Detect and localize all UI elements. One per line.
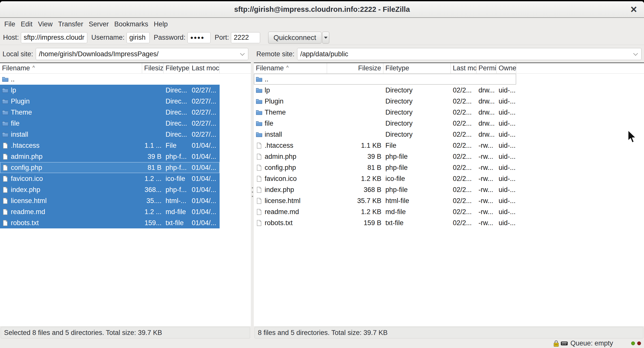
column-header-owner[interactable]: Owne (497, 63, 516, 73)
file-row-license.html[interactable]: license.html35.7 KBhtml-file02/2...-rw..… (254, 195, 516, 206)
file-row-readme.md[interactable]: readme.md1.2 KBmd-file02/2...-rw...uid-.… (254, 206, 516, 217)
remote-site-label: Remote site: (256, 50, 295, 58)
menu-item-bookmarks[interactable]: Bookmarks (111, 18, 151, 30)
file-row-.htaccess[interactable]: .htaccess1.1 KBFile02/2...-rw...uid-... (254, 140, 516, 151)
column-header-filesize[interactable]: Filesize (327, 63, 383, 73)
quickconnect-button[interactable]: Quickconnect (268, 32, 321, 44)
port-input[interactable] (231, 32, 260, 43)
file-row-readme.md[interactable]: readme.md1.2 ...md-file01/04/... (0, 206, 220, 217)
column-header-label: Last mo (453, 64, 476, 72)
filename-text: index.php (265, 186, 294, 194)
local-site-combobox[interactable]: /home/girish/Downloads/ImpressPages/ (36, 48, 248, 60)
column-header-label: Permi (478, 64, 496, 72)
folder-icon (2, 131, 9, 138)
type-cell: Directory (383, 109, 451, 116)
owner-cell: uid-... (497, 86, 516, 94)
file-row-lp[interactable]: lpDirec...02/27/... (0, 85, 220, 96)
file-row-config.php[interactable]: config.php81 Bphp-f...01/04/... (0, 162, 220, 173)
local-site-label: Local site: (3, 50, 33, 58)
close-icon[interactable]: × (628, 2, 639, 16)
column-header-filename[interactable]: Filename ^ (0, 63, 142, 73)
folder-icon (2, 98, 9, 105)
column-header-last-modified[interactable]: Last moc (190, 63, 220, 73)
size-cell: 35.7 KB (327, 197, 383, 205)
type-cell: txt-file (164, 219, 190, 227)
file-row-parent[interactable]: .. (254, 74, 516, 85)
column-header-last-modified[interactable]: Last mo (451, 63, 476, 73)
file-row-Plugin[interactable]: PluginDirec...02/27/... (0, 96, 220, 107)
local-status-text: Selected 8 files and 5 directories. Tota… (4, 329, 162, 337)
file-row-Plugin[interactable]: PluginDirectory02/2...drw...uid-... (254, 96, 516, 107)
password-input[interactable] (187, 32, 211, 43)
local-site-row: Local site: /home/girish/Downloads/Impre… (0, 45, 251, 63)
pane-splitter[interactable] (251, 45, 254, 339)
modified-cell: 02/27/... (190, 97, 220, 105)
encryption-badge-icon (561, 341, 568, 346)
file-panes: Local site: /home/girish/Downloads/Impre… (0, 45, 644, 339)
file-row-Theme[interactable]: ThemeDirec...02/27/... (0, 107, 220, 118)
folder-icon (256, 120, 262, 127)
file-row-file[interactable]: fileDirectory02/2...drw...uid-... (254, 118, 516, 129)
file-row-index.php[interactable]: index.php368 Bphp-file02/2...-rw...uid-.… (254, 184, 516, 195)
owner-cell: uid-... (497, 97, 516, 105)
menu-item-edit[interactable]: Edit (18, 18, 35, 30)
filename-text: Plugin (265, 97, 284, 105)
column-header-label: Filetype (385, 64, 409, 72)
menu-item-view[interactable]: View (35, 18, 55, 30)
file-row-lp[interactable]: lpDirectory02/2...drw...uid-... (254, 85, 516, 96)
type-cell: ico-file (383, 175, 451, 183)
filename-cell: robots.txt (254, 219, 327, 227)
port-label: Port: (215, 34, 229, 41)
file-row-file[interactable]: fileDirec...02/27/... (0, 118, 220, 129)
type-cell: txt-file (383, 219, 451, 227)
file-row-install[interactable]: installDirec...02/27/... (0, 129, 220, 140)
file-row-config.php[interactable]: config.php81 Bphp-file02/2...-rw...uid-.… (254, 162, 516, 173)
column-header-filetype[interactable]: Filetype (383, 63, 451, 73)
sort-ascending-icon: ^ (32, 65, 35, 71)
filename-text: install (11, 131, 28, 138)
filename-cell: lp (0, 86, 142, 94)
filename-text: Theme (11, 109, 32, 116)
file-row-index.php[interactable]: index.php368...php-f...01/04/... (0, 184, 220, 195)
file-row-favicon.ico[interactable]: favicon.ico1.2 KBico-file02/2...-rw...ui… (254, 173, 516, 184)
remote-site-combobox[interactable]: /app/data/public (297, 48, 641, 60)
filename-cell: Plugin (254, 97, 327, 105)
modified-cell: 02/2... (451, 86, 476, 94)
file-row-admin.php[interactable]: admin.php39 Bphp-f...01/04/... (0, 151, 220, 162)
folder-icon (256, 98, 262, 105)
file-row-.htaccess[interactable]: .htaccess1.1 ...File01/04/... (0, 140, 220, 151)
username-input[interactable] (127, 32, 150, 43)
menu-item-file[interactable]: File (2, 18, 18, 30)
activity-indicator-green-icon (631, 341, 635, 345)
column-header-label: Filesize (358, 64, 381, 72)
file-row-favicon.ico[interactable]: favicon.ico1.2 ...ico-file01/04/... (0, 173, 220, 184)
perms-cell: -rw... (476, 186, 497, 194)
file-row-license.html[interactable]: license.html35....html-...01/04/... (0, 195, 220, 206)
file-row-install[interactable]: installDirectory02/2...drw...uid-... (254, 129, 516, 140)
type-cell: File (164, 142, 190, 150)
host-input[interactable] (21, 32, 87, 43)
file-row-parent[interactable]: .. (0, 74, 220, 85)
filename-text: Theme (265, 109, 286, 116)
menu-item-server[interactable]: Server (86, 18, 112, 30)
column-header-filesize[interactable]: Filesiz (142, 63, 164, 73)
local-site-dropdown-button[interactable] (236, 48, 248, 60)
quickconnect-dropdown-button[interactable] (322, 32, 329, 44)
remote-site-dropdown-button[interactable] (630, 48, 641, 60)
modified-cell: 02/2... (451, 109, 476, 116)
file-row-robots.txt[interactable]: robots.txt159 Btxt-file02/2...-rw...uid-… (254, 217, 516, 228)
column-header-filename[interactable]: Filename ^ (254, 63, 327, 73)
filename-cell: .htaccess (254, 142, 327, 150)
filename-text: Plugin (11, 97, 30, 105)
local-status-bar: Selected 8 files and 5 directories. Tota… (1, 327, 250, 338)
menu-item-help[interactable]: Help (151, 18, 171, 30)
file-row-robots.txt[interactable]: robots.txt159...txt-file01/04/... (0, 217, 220, 228)
folder-icon (2, 120, 9, 127)
column-header-filetype[interactable]: Filetype (164, 63, 190, 73)
column-header-permissions[interactable]: Permi (476, 63, 497, 73)
file-row-Theme[interactable]: ThemeDirectory02/2...drw...uid-... (254, 107, 516, 118)
type-cell: Directory (383, 120, 451, 127)
menu-item-transfer[interactable]: Transfer (55, 18, 86, 30)
file-row-admin.php[interactable]: admin.php39 Bphp-file02/2...-rw...uid-..… (254, 151, 516, 162)
owner-cell: uid-... (497, 120, 516, 127)
